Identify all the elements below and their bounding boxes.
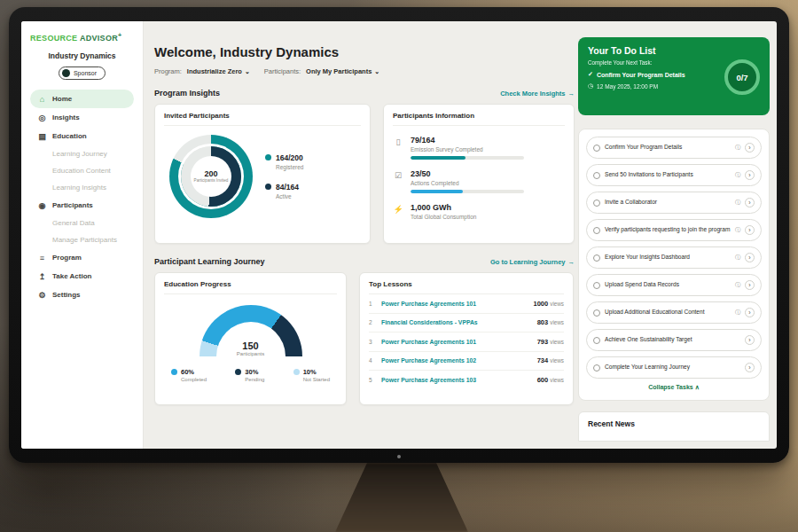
todo-progress-ring: 0/7	[724, 59, 760, 95]
info-icon[interactable]: ⓘ	[735, 226, 740, 234]
consumption-row: ⚡ 1,000 GWh Total Global Consumption	[393, 203, 565, 220]
task-checkbox[interactable]	[593, 337, 600, 344]
sidebar-item-education-content[interactable]: Education Content	[30, 162, 134, 179]
info-icon[interactable]: ⓘ	[735, 281, 740, 289]
todo-task-item[interactable]: Invite a Collaborator ⓘ ›	[586, 192, 762, 214]
sidebar-item-general-data[interactable]: General Data	[30, 215, 134, 231]
learning-journey-title: Participant Learning Journey	[154, 257, 265, 266]
sidebar-item-learning-insights[interactable]: Learning Insights	[30, 179, 134, 196]
task-checkbox[interactable]	[593, 282, 600, 289]
todo-task-item[interactable]: Verify participants requesting to join t…	[586, 219, 762, 241]
card-title: Invited Participants	[164, 112, 361, 126]
donut-center-value: 200	[204, 169, 217, 178]
todo-task-item[interactable]: Complete Your Learning Journey ⓘ ›	[586, 356, 762, 379]
task-go-button[interactable]: ›	[745, 253, 755, 262]
lesson-views-count: 793	[537, 338, 549, 346]
todo-task-item[interactable]: Send 50 Invitations to Participants ⓘ ›	[586, 164, 762, 186]
go-to-learning-journey-link[interactable]: Go to Learning Journey →	[490, 258, 575, 266]
chevron-right-icon: ›	[748, 145, 750, 151]
info-icon[interactable]: ⓘ	[735, 309, 740, 317]
sponsor-badge[interactable]: Sponsor	[59, 66, 106, 80]
recent-news-title: Recent News	[588, 419, 635, 428]
legend-item-not-started: 10% Not Started	[293, 368, 330, 382]
sidebar-item-label: Insights	[52, 113, 80, 121]
lesson-views-label: views	[550, 319, 564, 325]
gauge-center-value: 150	[200, 340, 302, 351]
lesson-views: 1000 views	[533, 300, 564, 308]
consumption-label: Total Global Consumption	[411, 214, 476, 220]
sidebar-item-label: Home	[52, 95, 72, 103]
task-go-button[interactable]: ›	[745, 143, 755, 153]
task-checkbox[interactable]	[593, 200, 600, 207]
program-icon: ≡	[37, 254, 47, 262]
todo-task-list: Confirm Your Program Details ⓘ › Send 50…	[586, 137, 762, 379]
program-filter-select[interactable]: Industrialize Zero ⌄	[187, 67, 250, 75]
participants-filter-value: Only My Participants	[306, 67, 372, 75]
task-checkbox[interactable]	[593, 364, 600, 372]
task-go-button[interactable]: ›	[745, 308, 755, 317]
consumption-icon: ⚡	[393, 205, 403, 214]
emission-survey-row: ▯ 79/164 Emission Survey Completed	[393, 136, 565, 160]
todo-column: Your To Do List Complete Your Next Task:…	[578, 37, 770, 442]
lesson-link[interactable]: Power Purchase Agreements 102	[381, 357, 532, 364]
brand-advisor: ADVISOR	[80, 34, 118, 43]
check-more-insights-link[interactable]: Check More Insights →	[500, 90, 575, 98]
todo-task-item[interactable]: Upload Additional Educational Content ⓘ …	[586, 301, 762, 324]
sidebar-item-home[interactable]: ⌂ Home	[30, 90, 134, 108]
info-icon[interactable]: ⓘ	[735, 144, 740, 152]
chevron-right-icon: ›	[748, 364, 750, 371]
task-checkbox[interactable]	[593, 254, 600, 262]
todo-task-item[interactable]: Achieve One Sustainability Target ⓘ ›	[586, 329, 762, 351]
todo-task-item[interactable]: Confirm Your Program Details ⓘ ›	[586, 137, 762, 159]
todo-progress-count: 0/7	[736, 73, 747, 82]
lesson-row: 5 Power Purchase Agreements 103 600 view…	[369, 371, 564, 390]
info-progress-fill	[411, 190, 463, 193]
sidebar-item-program[interactable]: ≡ Program	[30, 248, 134, 267]
dashboard-screen: RESOURCE ADVISOR+ Industry Dynamics Spon…	[21, 21, 777, 449]
participants-filter-select[interactable]: Only My Participants ⌄	[306, 67, 379, 75]
task-checkbox[interactable]	[593, 227, 600, 234]
task-go-button[interactable]: ›	[745, 170, 755, 180]
sidebar-item-learning-journey[interactable]: Learning Journey	[30, 145, 134, 162]
sidebar-item-manage-participants[interactable]: Manage Participants	[30, 231, 134, 248]
sidebar-item-settings[interactable]: ⚙ Settings	[30, 286, 134, 304]
todo-next-task[interactable]: ✓ Confirm Your Program Details	[588, 71, 721, 78]
lesson-link[interactable]: Power Purchase Agreements 101	[381, 301, 528, 307]
lesson-link[interactable]: Power Purchase Agreements 103	[381, 377, 532, 383]
card-title: Education Progress	[164, 280, 337, 294]
task-go-button[interactable]: ›	[745, 225, 755, 235]
task-checkbox[interactable]	[593, 145, 600, 152]
lesson-views-count: 600	[537, 376, 549, 384]
sidebar-item-take-action[interactable]: ↥ Take Action	[30, 267, 134, 286]
consumption-value: 1,000 GWh	[411, 203, 476, 212]
legend-dot-completed	[171, 369, 177, 375]
task-go-button[interactable]: ›	[745, 198, 755, 207]
legend-item-completed: 60% Completed	[171, 368, 207, 382]
lesson-views-label: views	[550, 339, 564, 345]
legend-value: 84/164	[276, 183, 299, 192]
sidebar-item-participants[interactable]: ◉ Participants	[30, 196, 134, 215]
chevron-right-icon: ›	[748, 172, 750, 178]
lesson-link[interactable]: Financial Considerations - VPPAs	[381, 319, 532, 325]
emission-value: 79/164	[411, 136, 524, 145]
todo-task-item[interactable]: Explore Your Insights Dashboard ⓘ ›	[586, 246, 762, 269]
info-icon[interactable]: ⓘ	[735, 199, 740, 207]
task-checkbox[interactable]	[593, 172, 600, 179]
task-go-button[interactable]: ›	[745, 335, 755, 345]
info-progress-fill	[411, 156, 466, 160]
sidebar-item-education[interactable]: ▤ Education	[30, 127, 134, 145]
main-content: Welcome, Industry Dynamics Program: Indu…	[154, 21, 575, 405]
lesson-link[interactable]: Power Purchase Agreements 101	[381, 339, 532, 345]
task-label: Invite a Collaborator	[605, 199, 731, 206]
sidebar-item-insights[interactable]: ◎ Insights	[30, 108, 134, 127]
task-label: Achieve One Sustainability Target	[605, 336, 740, 343]
info-icon[interactable]: ⓘ	[735, 171, 740, 179]
collapse-tasks-link[interactable]: Collapse Tasks ∧	[586, 384, 762, 391]
info-icon[interactable]: ⓘ	[735, 254, 740, 262]
task-go-button[interactable]: ›	[745, 363, 755, 372]
todo-task-item[interactable]: Upload Spend Data Records ⓘ ›	[586, 274, 762, 296]
task-checkbox[interactable]	[593, 309, 600, 317]
task-go-button[interactable]: ›	[745, 280, 755, 290]
take-action-icon: ↥	[37, 272, 47, 281]
invited-legend: 164/200 Registered 84/164 Active	[265, 153, 303, 200]
